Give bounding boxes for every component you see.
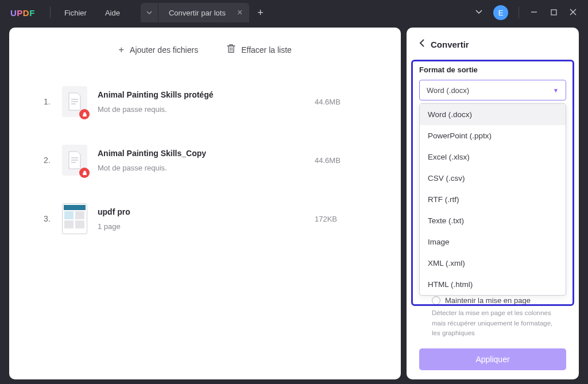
clear-list-label: Effacer la liste bbox=[241, 45, 292, 55]
main-panel: + Ajouter des fichiers Effacer la liste … bbox=[9, 28, 401, 379]
maintain-layout-label: Maintenir la mise en page bbox=[445, 296, 531, 305]
svg-rect-0 bbox=[551, 10, 556, 15]
file-sub: Mot de passe requis. bbox=[98, 105, 315, 114]
tab-close-button[interactable]: × bbox=[237, 7, 242, 18]
file-row[interactable]: 2. Animal Painting Skills_Copy Mot de pa… bbox=[44, 131, 372, 189]
file-list: 1. Animal Painting Skills protégé Mot de… bbox=[9, 67, 401, 248]
format-section-label: Format de sortie bbox=[407, 59, 579, 80]
chevron-down-icon bbox=[146, 10, 152, 15]
tab-add-button[interactable]: + bbox=[249, 7, 272, 19]
file-name: Animal Painting Skills protégé bbox=[98, 90, 315, 99]
plus-icon: + bbox=[118, 44, 124, 56]
document-icon bbox=[67, 92, 82, 111]
chevron-left-icon bbox=[419, 39, 425, 47]
file-size: 172KB bbox=[315, 215, 372, 223]
maximize-button[interactable] bbox=[549, 7, 558, 18]
file-thumbnail bbox=[62, 203, 87, 234]
tab-label: Convertir par lots bbox=[169, 9, 226, 17]
option-csv[interactable]: CSV (.csv) bbox=[420, 168, 566, 189]
output-format-dropdown[interactable]: Word (.docx) ▼ Word (.docx) PowerPoint (… bbox=[419, 80, 566, 100]
side-title: Convertir bbox=[431, 40, 469, 49]
side-panel: Convertir Format de sortie Word (.docx) … bbox=[407, 28, 579, 379]
divider bbox=[519, 7, 519, 18]
file-number: 1. bbox=[44, 97, 62, 106]
add-files-label: Ajouter des fichiers bbox=[130, 45, 198, 55]
app-menu-dropdown[interactable] bbox=[475, 7, 483, 18]
file-row[interactable]: 1. Animal Painting Skills protégé Mot de… bbox=[44, 72, 372, 131]
lock-icon bbox=[82, 170, 87, 176]
window-controls: E bbox=[475, 5, 588, 20]
file-size: 44.6MB bbox=[315, 98, 372, 106]
tab-batch-convert[interactable]: Convertir par lots × bbox=[158, 3, 249, 22]
file-info: Animal Painting Skills_Copy Mot de passe… bbox=[98, 149, 315, 172]
file-name: updf pro bbox=[98, 207, 315, 216]
file-thumbnail bbox=[62, 86, 87, 117]
chevron-down-icon bbox=[475, 7, 483, 15]
file-size: 44.6MB bbox=[315, 156, 372, 165]
close-icon bbox=[570, 9, 577, 15]
app-logo: UPDF bbox=[0, 8, 45, 18]
close-button[interactable] bbox=[568, 7, 578, 18]
file-info: updf pro 1 page bbox=[98, 207, 315, 231]
lock-badge bbox=[79, 109, 90, 119]
file-row[interactable]: 3. updf pro 1 page 172KB bbox=[44, 189, 372, 248]
option-rtf[interactable]: RTF (.rtf) bbox=[420, 189, 566, 210]
maximize-icon bbox=[551, 9, 557, 15]
option-html[interactable]: HTML (.html) bbox=[420, 274, 566, 295]
clear-list-button[interactable]: Effacer la liste bbox=[227, 44, 292, 56]
minimize-icon bbox=[531, 9, 537, 15]
divider bbox=[50, 7, 51, 18]
option-powerpoint[interactable]: PowerPoint (.pptx) bbox=[420, 125, 566, 146]
titlebar: UPDF Fichier Aide Convertir par lots × +… bbox=[0, 0, 588, 25]
menu-file[interactable]: Fichier bbox=[55, 9, 96, 17]
option-word[interactable]: Word (.docx) bbox=[420, 104, 566, 125]
side-header: Convertir bbox=[407, 39, 579, 59]
file-number: 3. bbox=[44, 214, 62, 223]
lock-badge bbox=[79, 168, 90, 178]
radio-icon bbox=[432, 296, 440, 305]
maintain-layout-description: Détecter la mise en page et les colonnes… bbox=[419, 307, 566, 338]
option-xml[interactable]: XML (.xml) bbox=[420, 253, 566, 274]
file-sub: 1 page bbox=[98, 222, 315, 231]
apply-button[interactable]: Appliquer bbox=[419, 348, 566, 370]
tab-home-dropdown[interactable] bbox=[141, 3, 158, 22]
option-txt[interactable]: Texte (.txt) bbox=[420, 210, 566, 231]
file-sub: Mot de passe requis. bbox=[98, 164, 315, 172]
document-icon bbox=[67, 151, 82, 169]
dropdown-list: Word (.docx) PowerPoint (.pptx) Excel (.… bbox=[419, 103, 566, 296]
file-number: 2. bbox=[44, 156, 62, 165]
file-name: Animal Painting Skills_Copy bbox=[98, 149, 315, 158]
trash-icon bbox=[227, 44, 235, 56]
user-avatar[interactable]: E bbox=[493, 5, 508, 20]
lock-icon bbox=[82, 112, 87, 117]
toolbar: + Ajouter des fichiers Effacer la liste bbox=[9, 28, 401, 67]
option-excel[interactable]: Excel (.xlsx) bbox=[420, 146, 566, 168]
minimize-button[interactable] bbox=[529, 7, 539, 18]
add-files-button[interactable]: + Ajouter des fichiers bbox=[118, 44, 198, 56]
dropdown-value: Word (.docx) bbox=[427, 86, 469, 95]
tab-bar: Convertir par lots × + bbox=[141, 0, 272, 25]
file-thumbnail bbox=[62, 145, 87, 176]
file-info: Animal Painting Skills protégé Mot de pa… bbox=[98, 90, 315, 114]
menu-help[interactable]: Aide bbox=[96, 9, 129, 17]
back-button[interactable] bbox=[419, 39, 425, 49]
caret-down-icon: ▼ bbox=[553, 87, 559, 94]
option-image[interactable]: Image bbox=[420, 231, 566, 253]
